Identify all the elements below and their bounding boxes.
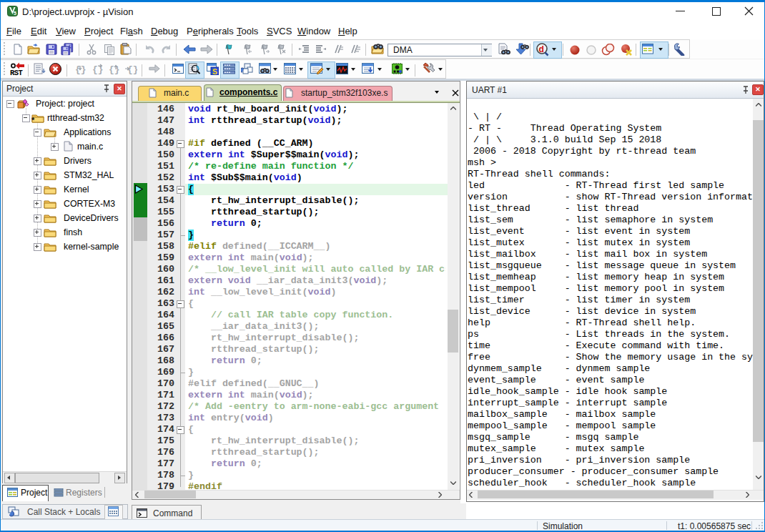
svg-text:S: S: [212, 67, 217, 76]
svg-text:d: d: [539, 44, 544, 54]
svg-text:*: *: [31, 116, 35, 123]
svg-text:5: 5: [14, 11, 16, 16]
